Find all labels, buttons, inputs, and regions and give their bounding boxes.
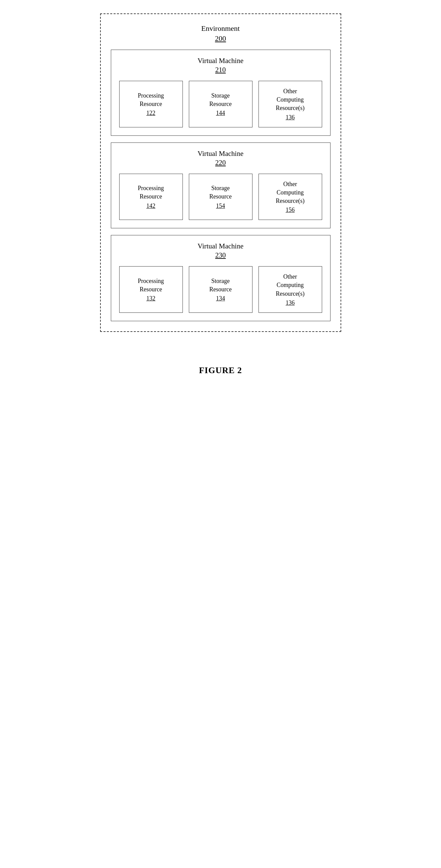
storage-resource-144-label: StorageResource [209, 92, 232, 108]
other-resource-136-vm230-number: 136 [285, 300, 295, 306]
storage-resource-154: StorageResource 154 [189, 174, 252, 220]
storage-resource-144: StorageResource 144 [189, 81, 252, 127]
page: Environment 200 Virtual Machine 210 Proc… [90, 0, 351, 402]
environment-box: Environment 200 Virtual Machine 210 Proc… [100, 13, 341, 332]
other-resource-156-vm220-label: OtherComputingResource(s) [276, 180, 305, 206]
other-resource-136-vm210-number: 136 [285, 114, 295, 121]
processing-resource-132-label: ProcessingResource [138, 277, 164, 294]
storage-resource-154-label: StorageResource [209, 184, 232, 201]
vm-220-label: Virtual Machine [198, 150, 243, 158]
processing-resource-132: ProcessingResource 132 [119, 266, 183, 313]
other-resource-136-vm210-label: OtherComputingResource(s) [276, 87, 305, 113]
environment-title-block: Environment 200 [201, 24, 240, 43]
other-resource-156-vm220-number: 156 [285, 207, 295, 214]
vm-230-resources-row: ProcessingResource 132 StorageResource 1… [119, 266, 322, 313]
other-resource-136-vm230-label: OtherComputingResource(s) [276, 273, 305, 298]
vm-220-number: 220 [198, 159, 243, 167]
vm-220-title-block: Virtual Machine 220 [198, 150, 243, 167]
vm-230-label: Virtual Machine [198, 242, 243, 250]
vm-230-title-block: Virtual Machine 230 [198, 242, 243, 259]
processing-resource-132-number: 132 [146, 295, 156, 302]
vm-210-resources-row: ProcessingResource 122 StorageResource 1… [119, 81, 322, 127]
storage-resource-134-number: 134 [216, 295, 225, 302]
vm-230-number: 230 [198, 251, 243, 259]
other-resource-136-vm230: OtherComputingResource(s) 136 [259, 266, 322, 313]
vm-210-label: Virtual Machine [198, 57, 243, 65]
processing-resource-142-label: ProcessingResource [138, 184, 164, 201]
vm-box-230: Virtual Machine 230 ProcessingResource 1… [111, 235, 331, 321]
processing-resource-122-number: 122 [146, 110, 156, 117]
figure-caption: FIGURE 2 [199, 366, 242, 375]
vm-box-210: Virtual Machine 210 ProcessingResource 1… [111, 50, 331, 136]
vm-210-title-block: Virtual Machine 210 [198, 57, 243, 74]
environment-number: 200 [201, 34, 240, 43]
vm-box-220: Virtual Machine 220 ProcessingResource 1… [111, 143, 331, 229]
other-resource-156-vm220: OtherComputingResource(s) 156 [259, 174, 322, 220]
processing-resource-142: ProcessingResource 142 [119, 174, 183, 220]
storage-resource-154-number: 154 [216, 203, 225, 210]
processing-resource-122: ProcessingResource 122 [119, 81, 183, 127]
processing-resource-142-number: 142 [146, 203, 156, 210]
storage-resource-134: StorageResource 134 [189, 266, 252, 313]
vm-210-number: 210 [198, 66, 243, 74]
storage-resource-134-label: StorageResource [209, 277, 232, 294]
storage-resource-144-number: 144 [216, 110, 225, 117]
processing-resource-122-label: ProcessingResource [138, 92, 164, 108]
environment-label: Environment [201, 24, 240, 33]
other-resource-136-vm210: OtherComputingResource(s) 136 [259, 81, 322, 127]
vm-220-resources-row: ProcessingResource 142 StorageResource 1… [119, 174, 322, 220]
